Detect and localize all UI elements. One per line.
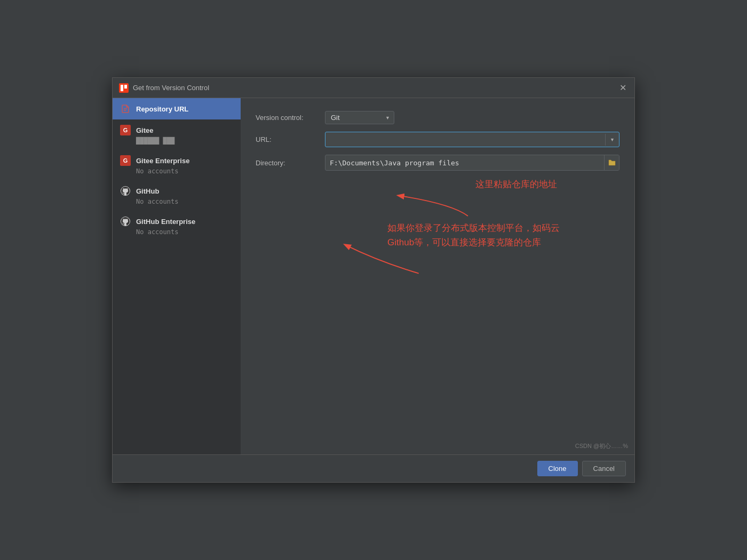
annotation-arrows xyxy=(337,141,624,422)
close-button[interactable]: ✕ xyxy=(617,83,628,93)
dialog-footer: Clone Cancel xyxy=(113,454,634,482)
sidebar-item-sub-gitee-ent: No accounts xyxy=(136,167,233,175)
gitee-enterprise-icon: G xyxy=(120,155,131,166)
sidebar-item-label-gitee-ent: Gitee Enterprise xyxy=(136,157,189,165)
svg-rect-0 xyxy=(119,83,129,93)
sidebar-item-github-enterprise[interactable]: GitHub Enterprise No accounts xyxy=(113,211,241,241)
get-from-vcs-dialog: Get from Version Control ✕ Repository UR… xyxy=(112,77,635,483)
watermark: CSDN @初心……% xyxy=(575,442,628,450)
gitee-icon: G xyxy=(120,125,131,135)
dialog-body: Repository URL G Gitee ██████ ███ G Gite… xyxy=(113,98,634,454)
directory-label: Directory: xyxy=(256,159,325,167)
url-input-wrapper: ▼ xyxy=(325,132,619,147)
annotation-line2: Github等，可以直接选择要克隆的仓库 xyxy=(387,235,560,250)
annotation-line1: 如果你登录了分布式版本控制平台，如码云 xyxy=(387,221,560,235)
sidebar-item-github[interactable]: GitHub No accounts xyxy=(113,180,241,211)
sidebar-item-label-gitee: Gitee xyxy=(136,126,154,134)
annotation-text-2: 如果你登录了分布式版本控制平台，如码云 Github等，可以直接选择要克隆的仓库 xyxy=(387,221,560,250)
url-row: URL: ▼ xyxy=(256,132,619,147)
url-dropdown-button[interactable]: ▼ xyxy=(605,134,619,146)
sidebar-item-sub-gitee: ██████ ███ xyxy=(136,137,233,145)
sidebar-item-header-gitee-ent: G Gitee Enterprise xyxy=(120,155,233,166)
folder-icon xyxy=(608,158,616,167)
sidebar-item-gitee[interactable]: G Gitee ██████ ███ xyxy=(113,119,241,150)
sidebar-item-repository-url[interactable]: Repository URL xyxy=(113,98,241,119)
directory-row: Directory: xyxy=(256,155,619,171)
sidebar: Repository URL G Gitee ██████ ███ G Gite… xyxy=(113,98,241,454)
github-enterprise-icon xyxy=(120,216,131,227)
annotation-text-1: 这里粘贴仓库的地址 xyxy=(475,178,557,190)
cancel-button[interactable]: Cancel xyxy=(582,461,626,476)
main-content: Version control: Git URL: ▼ xyxy=(241,98,634,454)
title-bar: Get from Version Control ✕ xyxy=(113,78,634,98)
dialog-title: Get from Version Control xyxy=(133,84,617,92)
sidebar-item-sub-github: No accounts xyxy=(136,198,233,205)
version-control-select-wrapper: Git xyxy=(325,111,394,124)
version-control-label: Version control: xyxy=(256,114,325,122)
sidebar-item-header: Repository URL xyxy=(120,103,233,114)
sidebar-item-header-github-ent: GitHub Enterprise xyxy=(120,216,233,227)
url-label: URL: xyxy=(256,135,325,143)
url-input[interactable] xyxy=(325,132,605,147)
app-icon xyxy=(119,83,129,93)
annotation-area: 这里粘贴仓库的地址 如果你登录了分布式版本控制平台，如码云 Github等，可以… xyxy=(337,141,624,422)
version-control-row: Version control: Git xyxy=(256,111,619,124)
version-control-select[interactable]: Git xyxy=(325,111,394,124)
directory-browse-button[interactable] xyxy=(604,155,619,170)
sidebar-item-sub-github-ent: No accounts xyxy=(136,228,233,236)
version-control-wrapper: Git xyxy=(325,111,619,124)
sidebar-item-header-gitee: G Gitee xyxy=(120,125,233,135)
clone-button[interactable]: Clone xyxy=(537,461,578,476)
directory-input-wrapper xyxy=(325,155,619,171)
directory-input[interactable] xyxy=(325,156,604,170)
svg-rect-2 xyxy=(124,85,127,89)
sidebar-item-label-github-ent: GitHub Enterprise xyxy=(136,218,195,226)
sidebar-item-label-github: GitHub xyxy=(136,187,159,195)
github-icon xyxy=(120,186,131,196)
sidebar-item-gitee-enterprise[interactable]: G Gitee Enterprise No accounts xyxy=(113,150,241,180)
sidebar-item-label-repo-url: Repository URL xyxy=(136,105,188,113)
repo-icon xyxy=(120,103,131,114)
sidebar-item-header-github: GitHub xyxy=(120,186,233,196)
svg-rect-1 xyxy=(121,85,123,91)
